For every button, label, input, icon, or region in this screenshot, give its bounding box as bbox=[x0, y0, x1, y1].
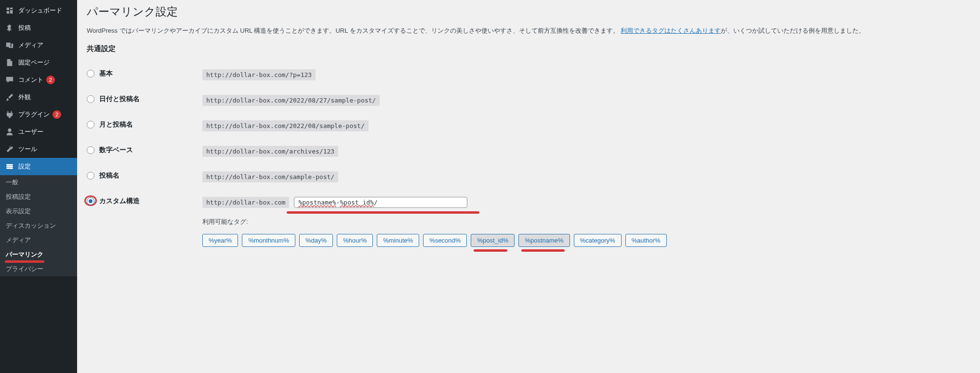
annotation-underline bbox=[474, 249, 507, 252]
tags-row: %year% %monthnum% %day% %hour% %minute% … bbox=[202, 234, 667, 247]
option-dayname: 日付と投稿名 http://dollar-box.com/2022/08/27/… bbox=[87, 88, 970, 113]
radio-numeric[interactable] bbox=[87, 146, 94, 154]
sidebar-label: 固定ページ bbox=[18, 58, 50, 67]
token-suffix: / bbox=[374, 199, 378, 206]
option-monthname: 月と投稿名 http://dollar-box.com/2022/08/samp… bbox=[87, 113, 970, 139]
annotation-underline bbox=[287, 211, 479, 214]
custom-prefix: http://dollar-box.com bbox=[202, 197, 289, 208]
user-icon bbox=[5, 127, 14, 137]
option-text: カスタム構造 bbox=[99, 197, 140, 206]
tag-hour[interactable]: %hour% bbox=[337, 234, 373, 247]
wrench-icon bbox=[5, 144, 14, 154]
dashboard-icon bbox=[5, 6, 14, 15]
option-label-postname[interactable]: 投稿名 bbox=[87, 171, 193, 180]
option-label-plain[interactable]: 基本 bbox=[87, 69, 193, 78]
sidebar-item-comments[interactable]: コメント 2 bbox=[0, 71, 77, 89]
token-postname: %postname% bbox=[298, 199, 336, 206]
tag-second[interactable]: %second% bbox=[423, 234, 467, 247]
sidebar-label: 外観 bbox=[18, 93, 31, 102]
radio-dayname[interactable] bbox=[87, 95, 94, 103]
annotation-underline bbox=[521, 249, 565, 252]
section-heading: 共通設定 bbox=[87, 44, 970, 53]
token-postid: %post_id% bbox=[340, 199, 373, 206]
page-description: WordPress ではパーマリンクやアーカイブにカスタム URL 構造を使うこ… bbox=[87, 26, 970, 36]
sidebar-item-users[interactable]: ユーザー bbox=[0, 123, 77, 141]
comments-badge: 2 bbox=[46, 76, 55, 84]
sub-writing[interactable]: 投稿設定 bbox=[0, 190, 77, 204]
tag-day[interactable]: %day% bbox=[299, 234, 333, 247]
desc-link[interactable]: 利用できるタグはたくさんあります bbox=[621, 27, 721, 34]
sub-reading[interactable]: 表示設定 bbox=[0, 204, 77, 219]
option-label-dayname[interactable]: 日付と投稿名 bbox=[87, 95, 193, 103]
sidebar-item-tools[interactable]: ツール bbox=[0, 141, 77, 158]
option-label-monthname[interactable]: 月と投稿名 bbox=[87, 120, 193, 129]
tag-year[interactable]: %year% bbox=[202, 234, 238, 247]
sidebar-item-settings[interactable]: 設定 bbox=[0, 158, 77, 175]
radio-plain[interactable] bbox=[87, 70, 94, 77]
sub-privacy[interactable]: プライバシー bbox=[0, 262, 77, 276]
sidebar-item-posts[interactable]: 投稿 bbox=[0, 19, 77, 37]
plugin-icon bbox=[5, 110, 14, 119]
option-code: http://dollar-box.com/2022/08/27/sample-… bbox=[202, 95, 380, 106]
sidebar-submenu: 一般 投稿設定 表示設定 ディスカッション メディア パーマリンク プライバシー bbox=[0, 175, 77, 276]
radio-postname[interactable] bbox=[87, 172, 94, 180]
option-code: http://dollar-box.com/sample-post/ bbox=[202, 171, 338, 182]
sub-permalink[interactable]: パーマリンク bbox=[0, 247, 77, 262]
sidebar-label: ダッシュボード bbox=[18, 6, 62, 15]
custom-input[interactable]: %postname%-%post_id%/ bbox=[294, 197, 467, 208]
option-postname: 投稿名 http://dollar-box.com/sample-post/ bbox=[87, 164, 970, 190]
option-code: http://dollar-box.com/?p=123 bbox=[202, 69, 316, 80]
sub-general[interactable]: 一般 bbox=[0, 175, 77, 190]
sidebar-label: プラグイン bbox=[18, 110, 50, 119]
tag-minute[interactable]: %minute% bbox=[377, 234, 419, 247]
option-custom: カスタム構造 http://dollar-box.com %postname%-… bbox=[87, 190, 970, 254]
option-label-custom[interactable]: カスタム構造 bbox=[87, 197, 193, 206]
sidebar-item-appearance[interactable]: 外観 bbox=[0, 89, 77, 106]
tag-monthnum[interactable]: %monthnum% bbox=[242, 234, 295, 247]
option-text: 基本 bbox=[99, 69, 113, 78]
desc-post: が、いくつか試していただける例を用意しました。 bbox=[721, 27, 865, 34]
page-icon bbox=[5, 58, 14, 67]
sidebar-item-plugins[interactable]: プラグイン 2 bbox=[0, 106, 77, 123]
option-text: 数字ベース bbox=[99, 146, 133, 154]
option-text: 投稿名 bbox=[99, 171, 119, 180]
option-numeric: 数字ベース http://dollar-box.com/archives/123 bbox=[87, 139, 970, 164]
option-plain: 基本 http://dollar-box.com/?p=123 bbox=[87, 62, 970, 88]
tag-post-id[interactable]: %post_id% bbox=[471, 234, 515, 247]
sidebar-label: 設定 bbox=[18, 162, 31, 171]
sidebar-item-pages[interactable]: 固定ページ bbox=[0, 54, 77, 71]
sub-discussion[interactable]: ディスカッション bbox=[0, 219, 77, 233]
tag-category[interactable]: %category% bbox=[574, 234, 622, 247]
option-code: http://dollar-box.com/2022/08/sample-pos… bbox=[202, 120, 369, 131]
sidebar-label: コメント bbox=[18, 76, 43, 84]
sidebar-label: ユーザー bbox=[18, 128, 43, 136]
active-pointer-icon bbox=[77, 163, 81, 170]
tags-label: 利用可能なタグ: bbox=[202, 218, 667, 226]
option-code: http://dollar-box.com/archives/123 bbox=[202, 146, 338, 157]
media-icon bbox=[5, 40, 14, 50]
page-title: パーマリンク設定 bbox=[87, 0, 970, 26]
sidebar-label: ツール bbox=[18, 145, 37, 154]
sidebar-label: メディア bbox=[18, 41, 43, 50]
radio-custom[interactable] bbox=[87, 197, 94, 205]
comment-icon bbox=[5, 75, 14, 85]
sidebar-item-media[interactable]: メディア bbox=[0, 37, 77, 54]
sub-media[interactable]: メディア bbox=[0, 233, 77, 247]
tag-author[interactable]: %author% bbox=[625, 234, 667, 247]
option-label-numeric[interactable]: 数字ベース bbox=[87, 146, 193, 154]
desc-pre: WordPress ではパーマリンクやアーカイブにカスタム URL 構造を使うこ… bbox=[87, 27, 619, 34]
sidebar-item-dashboard[interactable]: ダッシュボード bbox=[0, 2, 77, 19]
brush-icon bbox=[5, 92, 14, 102]
sidebar-label: 投稿 bbox=[18, 24, 31, 32]
sub-permalink-label: パーマリンク bbox=[6, 251, 43, 258]
option-text: 日付と投稿名 bbox=[99, 95, 140, 103]
plugins-badge: 2 bbox=[53, 110, 61, 119]
pin-icon bbox=[5, 23, 14, 33]
option-text: 月と投稿名 bbox=[99, 120, 133, 129]
settings-icon bbox=[5, 162, 14, 171]
main-content: パーマリンク設定 WordPress ではパーマリンクやアーカイブにカスタム U… bbox=[77, 0, 980, 373]
custom-structure-wrap: http://dollar-box.com %postname%-%post_i… bbox=[202, 197, 667, 247]
radio-monthname[interactable] bbox=[87, 121, 94, 129]
tag-postname[interactable]: %postname% bbox=[518, 234, 569, 247]
admin-sidebar: ダッシュボード 投稿 メディア 固定ページ コメント 2 外観 プラグイン 2 bbox=[0, 0, 77, 373]
